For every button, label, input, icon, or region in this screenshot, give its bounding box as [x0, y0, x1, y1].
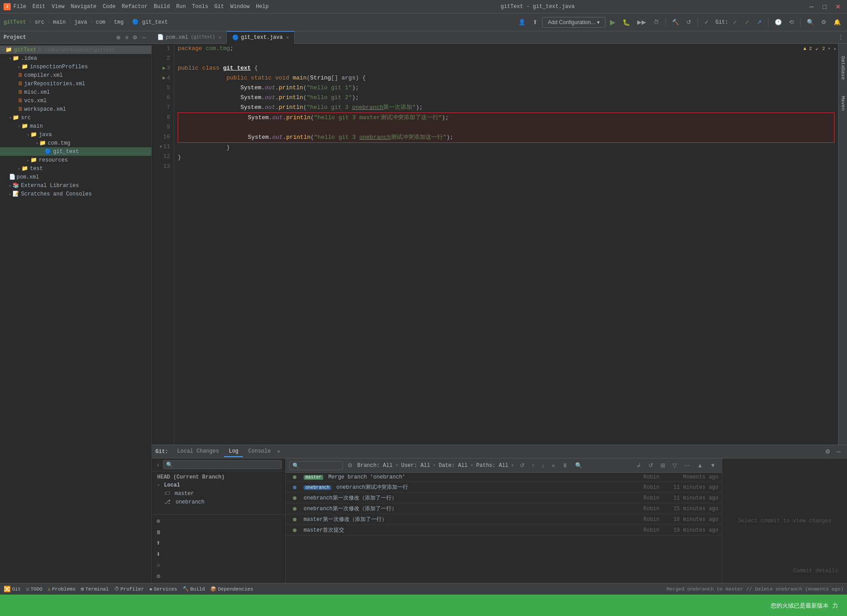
tree-main-folder[interactable]: ▾ 📁 main	[0, 122, 151, 130]
search-button[interactable]: 🔍	[804, 17, 817, 27]
tab-gittext-java[interactable]: 🔵 git_text.java ✕	[227, 31, 295, 44]
tree-java-folder[interactable]: ▾ 📁 java	[0, 130, 151, 139]
dependencies-status-item[interactable]: 📦 Dependencies	[210, 586, 253, 592]
tree-comtmg-folder[interactable]: ▾ 📁 com.tmg	[0, 139, 151, 147]
tree-root[interactable]: ▾ 📁 gitText D:\idea\workspaces\gitText	[0, 46, 151, 54]
terminal-status-item[interactable]: ⊞ Terminal	[81, 586, 108, 592]
git-search-input[interactable]	[163, 460, 282, 469]
code-content[interactable]: package com.tmg; public class git_text {…	[174, 44, 838, 445]
debug-button[interactable]: 🐛	[620, 17, 633, 28]
rebuild-button[interactable]: ↺	[684, 17, 694, 27]
maximize-button[interactable]: □	[820, 2, 829, 11]
tree-workspace-xml[interactable]: 🗎 workspace.xml	[0, 105, 151, 113]
git-status-item[interactable]: 🔀 Git	[4, 586, 21, 593]
notifications-button[interactable]: 🔔	[831, 17, 843, 27]
log-row-onebranch[interactable]: onebranch onebranch测试冲突添加一行 Robin 11 min…	[286, 482, 722, 493]
tree-gittext-file[interactable]: 🔵 git_text	[0, 147, 151, 156]
tree-inspection-folder[interactable]: ▸ 📁 inspectionProfiles	[0, 62, 151, 71]
build-button[interactable]: 🔨	[669, 17, 682, 27]
close-button[interactable]: ✕	[833, 2, 843, 11]
tree-resources-folder[interactable]: ▸ 📁 resources	[0, 156, 151, 164]
bottom-settings-btn[interactable]: ⚙	[822, 446, 833, 457]
tree-scratches[interactable]: ▸ 📝 Scratches and Consoles	[0, 190, 151, 198]
sidebar-collapse-button[interactable]: ≡	[123, 33, 130, 42]
settings-button[interactable]: ⚙	[818, 17, 829, 27]
tree-compiler-xml[interactable]: 🗎 compiler.xml	[0, 71, 151, 79]
build-status-item[interactable]: 🔨 Build	[183, 586, 205, 592]
git-onebranch-item[interactable]: ⎇ onebranch	[154, 498, 284, 506]
git-up-btn[interactable]: ↑	[529, 461, 538, 470]
tab-console[interactable]: Console	[244, 446, 275, 457]
todo-status-item[interactable]: ☑ TODO	[26, 586, 42, 592]
problems-status-item[interactable]: ⚠ Problems	[48, 586, 75, 592]
services-status-item[interactable]: ◈ Services	[150, 586, 177, 592]
database-panel-tab[interactable]: Database	[839, 53, 847, 83]
git-back-btn[interactable]: ‹	[155, 460, 161, 469]
run-button[interactable]: ▶	[607, 16, 618, 28]
git-local-item[interactable]: ▾ Local	[154, 481, 284, 489]
git-master-item[interactable]: 🏷 master	[154, 489, 284, 498]
add-configuration-button[interactable]: Add Configuration... ▾	[542, 17, 605, 28]
git-expand-btn[interactable]: »	[549, 461, 558, 470]
tree-test-folder[interactable]: ▸ 📁 test	[0, 164, 151, 173]
git-find-btn[interactable]: 🔍	[572, 461, 585, 470]
maven-panel-tab[interactable]: Maven	[839, 92, 847, 114]
git-delete-btn[interactable]: 🗑	[154, 528, 284, 537]
sidebar-hide-button[interactable]: ─	[140, 33, 148, 42]
vcs-update-button[interactable]: ⬆	[530, 17, 540, 27]
tree-pom-xml[interactable]: 📄 pom.xml	[0, 173, 151, 181]
tab-local-changes[interactable]: Local Changes	[173, 446, 224, 457]
sidebar-settings-button[interactable]: ⚙	[131, 33, 139, 42]
tree-external-libs[interactable]: ▸ 📚 External Libraries	[0, 181, 151, 190]
git-down-btn[interactable]: ↓	[539, 461, 547, 470]
close-tab-btn[interactable]: ✕	[277, 448, 280, 455]
minimize-button[interactable]: ─	[807, 2, 817, 11]
git-pull-btn[interactable]: ⬇	[154, 549, 284, 559]
git-check2[interactable]: ✓	[742, 17, 752, 27]
git-refresh-btn[interactable]: ↺	[517, 461, 527, 470]
git-up2-btn[interactable]: ▲	[694, 461, 705, 470]
rollback-button[interactable]: ⟲	[786, 17, 797, 27]
log-row-4[interactable]: onebranch第一次修改（添加了一行） Robin 15 minutes a…	[286, 504, 722, 514]
run-with-coverage[interactable]: ▶▶	[634, 17, 649, 27]
user-button[interactable]: 👤	[516, 17, 528, 27]
git-down2-btn[interactable]: ▼	[707, 461, 718, 470]
git-undo-btn[interactable]: ↺	[646, 461, 656, 470]
tab-pom-close[interactable]: ✕	[218, 35, 221, 40]
tree-jar-xml[interactable]: 🗎 jarRepositories.xml	[0, 79, 151, 88]
git-layout-btn[interactable]: ⊞	[658, 461, 668, 470]
git-fetch-btn[interactable]: ⊕	[154, 516, 284, 526]
tab-log[interactable]: Log	[224, 446, 243, 457]
git-pause-btn[interactable]: ⏸	[559, 461, 571, 470]
tab-pom-xml[interactable]: 📄 pom.xml (gitText) ✕	[152, 31, 227, 44]
tree-src-folder[interactable]: ▾ 📁 src	[0, 113, 151, 122]
git-settings-btn[interactable]: ⚙	[154, 572, 284, 581]
profile-button[interactable]: ⏱	[651, 17, 662, 27]
log-row-merge[interactable]: master Merge branch 'onebranch' Robin Mo…	[286, 473, 722, 482]
git-settings-log-btn[interactable]: ⚙	[345, 461, 355, 470]
history-button[interactable]: 🕐	[772, 17, 784, 27]
tree-idea-folder[interactable]: ▾ 📁 .idea	[0, 54, 151, 62]
bottom-hide-btn[interactable]: ─	[834, 446, 843, 457]
log-row-5[interactable]: master第一次修改（添加了一行） Robin 18 minutes ago	[286, 514, 722, 525]
git-filter-btn[interactable]: ▽	[670, 461, 680, 470]
vcs-commit[interactable]: ✓	[701, 17, 712, 27]
sidebar-locate-button[interactable]: ⊕	[114, 33, 122, 42]
git-bookmark-btn[interactable]: ☆	[154, 561, 284, 570]
tree-misc-xml[interactable]: 🗎 misc.xml	[0, 88, 151, 96]
log-row-6[interactable]: master首次提交 Robin 19 minutes ago	[286, 525, 722, 536]
tab-more-button[interactable]: ⋮	[834, 34, 847, 41]
collapse-arrow-11[interactable]: ◈	[159, 142, 162, 152]
git-log-search[interactable]	[289, 461, 343, 470]
run-arrow-4[interactable]: ▶	[163, 73, 166, 83]
git-push-btn[interactable]: ⬆	[154, 538, 284, 548]
git-check[interactable]: ✓	[730, 17, 740, 27]
profiler-status-item[interactable]: ⏱ Profiler	[114, 586, 144, 592]
git-branch[interactable]: ↗	[754, 17, 764, 27]
run-arrow-3[interactable]: ▶	[163, 63, 166, 73]
tab-gittext-close[interactable]: ✕	[286, 35, 289, 40]
log-row-3[interactable]: onebranch第一次修改（添加了一行） Robin 11 minutes a…	[286, 493, 722, 504]
git-apply-btn[interactable]: ↲	[634, 461, 644, 470]
git-head-item[interactable]: HEAD (Current Branch)	[154, 473, 284, 481]
tree-vcs-xml[interactable]: 🗎 vcs.xml	[0, 96, 151, 105]
